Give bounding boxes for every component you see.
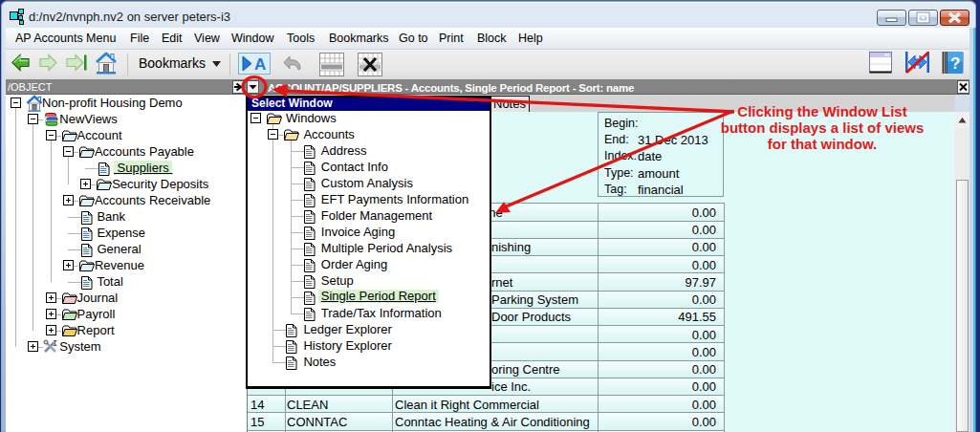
svg-text:A: A — [254, 55, 266, 74]
svg-text:?: ? — [950, 54, 960, 73]
